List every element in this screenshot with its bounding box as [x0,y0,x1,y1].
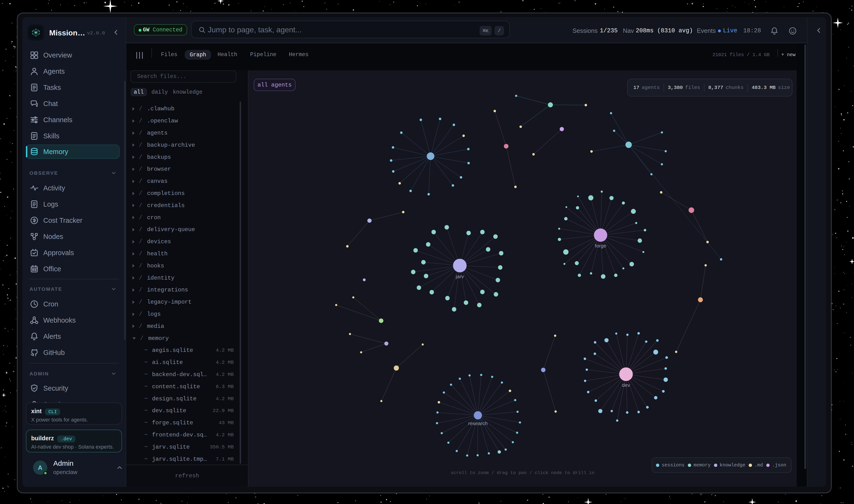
svg-text:jarv: jarv [456,274,464,279]
svg-text:dev: dev [622,382,630,388]
svg-text:forge: forge [595,243,606,249]
svg-text:research: research [468,420,488,426]
